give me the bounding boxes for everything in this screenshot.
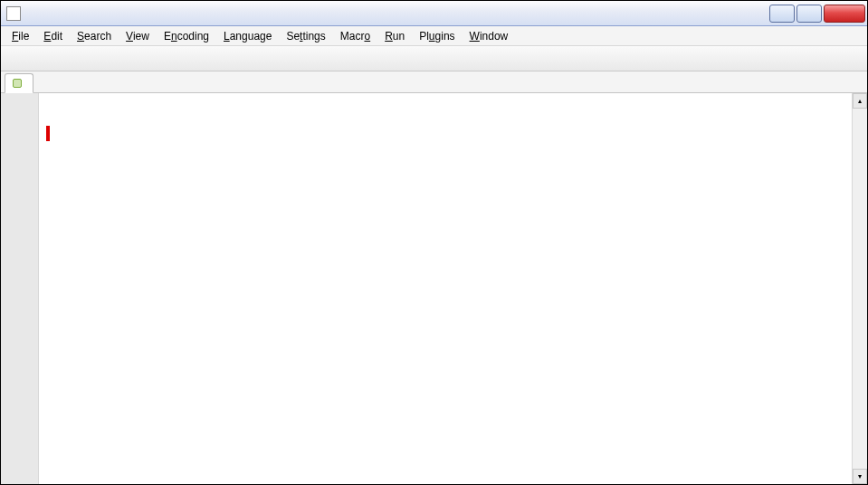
vertical-scrollbar[interactable]: ▴ ▾ [852, 93, 867, 484]
menu-encoding[interactable]: Encoding [157, 28, 216, 44]
editor: ▴ ▾ [1, 93, 867, 484]
titlebar [1, 1, 867, 26]
menu-language[interactable]: Language [216, 28, 279, 44]
highlight-box [46, 126, 50, 141]
menubar: File Edit Search View Encoding Language … [1, 26, 867, 46]
menu-view[interactable]: View [119, 28, 157, 44]
menu-help[interactable] [515, 34, 529, 38]
scroll-up-icon[interactable]: ▴ [853, 93, 867, 109]
scroll-down-icon[interactable]: ▾ [853, 469, 867, 484]
menu-window[interactable]: Window [463, 28, 516, 44]
toolbar [1, 46, 867, 71]
menu-search[interactable]: Search [70, 28, 119, 44]
maximize-button[interactable] [796, 5, 822, 23]
menu-run[interactable]: Run [377, 28, 412, 44]
menu-plugins[interactable]: Plugins [412, 28, 462, 44]
close-button[interactable] [824, 5, 865, 23]
minimize-button[interactable] [769, 5, 795, 23]
menu-settings[interactable]: Settings [279, 28, 332, 44]
menu-macro[interactable]: Macro [333, 28, 377, 44]
window-controls [769, 5, 865, 23]
menu-x[interactable] [845, 34, 863, 38]
file-status-icon [13, 79, 22, 88]
app-icon [6, 6, 21, 21]
menu-file[interactable]: File [5, 28, 36, 44]
line-number-gutter [1, 93, 39, 484]
tab-active[interactable] [5, 73, 33, 93]
code-area[interactable] [39, 93, 852, 484]
menu-edit[interactable]: Edit [36, 28, 70, 44]
tabbar [1, 71, 867, 93]
